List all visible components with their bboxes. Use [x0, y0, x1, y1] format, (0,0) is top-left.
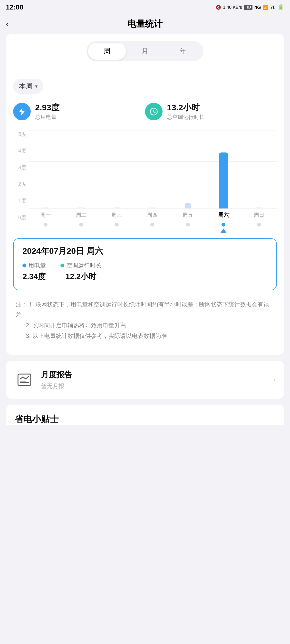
stats-row: 2.93度 总用电量 13.2小时 总空调运行时长	[13, 102, 277, 121]
metric-dot-blue	[23, 264, 26, 268]
report-icon	[15, 370, 34, 390]
bar-mon	[42, 208, 49, 208]
next-section: 省电小贴士	[6, 404, 284, 425]
note-prefix-label: 注：	[16, 301, 27, 308]
tri-thu	[135, 228, 170, 233]
dot-tue	[79, 222, 83, 226]
detail-card: 2024年07月20日 周六 用电量 2.34度 空调运行时长 12.2小时	[13, 238, 277, 290]
bar-sun	[256, 208, 262, 208]
electricity-text: 2.93度 总用电量	[35, 102, 60, 121]
runtime-value: 13.2小时	[167, 102, 204, 112]
note-item-3: 3. 以上电量统计数据仅供参考，实际请以电表数据为准	[16, 330, 274, 341]
main-card: 周 月 年 本周 ▾ 2.93度 总用电量	[6, 34, 284, 355]
tab-week[interactable]: 周	[88, 42, 126, 60]
triangle-pointer-sat	[220, 228, 227, 233]
dot-row	[28, 219, 277, 228]
hd-label: HD	[244, 5, 252, 10]
x-label-sun: 周日	[241, 212, 277, 219]
tab-month[interactable]: 月	[126, 42, 164, 60]
detail-metrics: 用电量 2.34度 空调运行时长 12.2小时	[23, 262, 267, 282]
period-selector[interactable]: 本周 ▾	[13, 79, 43, 94]
tab-year[interactable]: 年	[164, 42, 202, 60]
clock-icon-bg	[145, 103, 163, 120]
stat-electricity: 2.93度 总用电量	[13, 102, 145, 121]
x-label-fri: 周五	[170, 212, 206, 219]
bar-col-tue	[63, 130, 99, 208]
lightning-icon	[17, 107, 27, 116]
page-title: 电量统计	[127, 18, 163, 30]
note-prefix: 注： 1. 联网状态下，用电量和空调运行时长统计时间约有半小时误差；断网状态下统…	[16, 299, 274, 320]
tri-sat	[206, 228, 241, 233]
tri-mon	[28, 228, 63, 233]
network-speed: 1.40 KB/s	[223, 5, 242, 10]
x-label-wed: 周三	[99, 212, 135, 219]
x-label-thu: 周四	[135, 212, 170, 219]
mute-icon: 🔇	[216, 5, 221, 10]
report-chevron-icon: ›	[273, 376, 275, 384]
network-type: 4G	[254, 5, 261, 10]
monthly-report-card[interactable]: 月度报告 暂无月报 ›	[6, 361, 284, 399]
bar-col-thu	[135, 130, 170, 208]
bar-fri	[185, 203, 191, 208]
metric-dot-teal	[61, 264, 64, 268]
dot-fri	[186, 222, 190, 226]
electricity-value: 2.93度	[35, 102, 60, 112]
chart-grid: 周一 周二 周三 周四 周五 周六 周日	[28, 130, 277, 233]
tri-wed	[99, 228, 135, 233]
battery-icon: 🔋	[277, 4, 284, 10]
notes-section: 注： 1. 联网状态下，用电量和空调运行时长统计时间约有半小时误差；断网状态下统…	[13, 299, 277, 341]
report-subtitle: 暂无月报	[41, 382, 266, 390]
bar-col-sat	[206, 130, 241, 208]
bar-col-mon	[28, 130, 63, 208]
report-text: 月度报告 暂无月报	[41, 370, 266, 390]
metric-header-runtime: 空调运行时长	[61, 262, 101, 270]
metric-name-electricity: 用电量	[28, 262, 46, 270]
triangle-row	[28, 228, 277, 233]
y-label-3: 3度	[13, 164, 27, 171]
detail-metric-runtime: 空调运行时长 12.2小时	[61, 262, 101, 282]
x-label-sat: 周六	[206, 212, 241, 219]
detail-metric-electricity: 用电量 2.34度	[23, 262, 46, 282]
bar-tue	[78, 208, 85, 208]
clock-icon	[149, 107, 158, 116]
y-label-5: 5度	[13, 130, 27, 138]
period-label: 本周	[19, 82, 33, 91]
runtime-desc: 总空调运行时长	[167, 114, 204, 121]
dot-sun	[257, 222, 261, 226]
dot-sat	[221, 222, 225, 226]
page-header: ‹ 电量统计	[0, 13, 290, 34]
chart-y-labels: 0度 1度 2度 3度 4度 5度	[13, 130, 27, 221]
chart-area: 0度 1度 2度 3度 4度 5度	[13, 130, 277, 233]
next-section-title: 省电小贴士	[15, 414, 59, 424]
bar-sat	[219, 152, 228, 208]
electricity-icon	[13, 103, 31, 120]
chart-bars-container	[28, 130, 277, 208]
tab-switcher: 周 月 年	[87, 41, 203, 61]
bar-col-sun	[241, 130, 277, 208]
svg-rect-0	[18, 374, 31, 385]
dot-thu	[150, 222, 154, 226]
metric-value-electricity: 2.34度	[23, 271, 46, 282]
bars-row	[28, 130, 277, 208]
dot-wed	[115, 222, 119, 226]
metric-value-runtime: 12.2小时	[66, 271, 96, 282]
back-button[interactable]: ‹	[6, 20, 9, 28]
metric-header-electricity: 用电量	[23, 262, 46, 270]
tri-tue	[63, 228, 99, 233]
bar-col-fri	[170, 130, 206, 208]
report-title: 月度报告	[41, 370, 266, 380]
battery-level: 76	[270, 5, 276, 10]
bar-thu	[149, 208, 156, 208]
status-icons: 🔇 1.40 KB/s HD 4G 📶 76 🔋	[216, 4, 284, 10]
metric-name-runtime: 空调运行时长	[66, 262, 101, 270]
y-label-2: 2度	[13, 180, 27, 188]
tri-sun	[241, 228, 277, 233]
report-svg-icon	[16, 371, 33, 388]
status-time: 12:08	[6, 4, 23, 11]
bar-col-wed	[99, 130, 135, 208]
wifi-icon: 📶	[263, 5, 268, 10]
status-bar: 12:08 🔇 1.40 KB/s HD 4G 📶 76 🔋	[0, 0, 290, 13]
detail-date: 2024年07月20日 周六	[23, 246, 267, 257]
bar-wed	[113, 208, 120, 208]
y-label-0: 0度	[13, 214, 27, 221]
